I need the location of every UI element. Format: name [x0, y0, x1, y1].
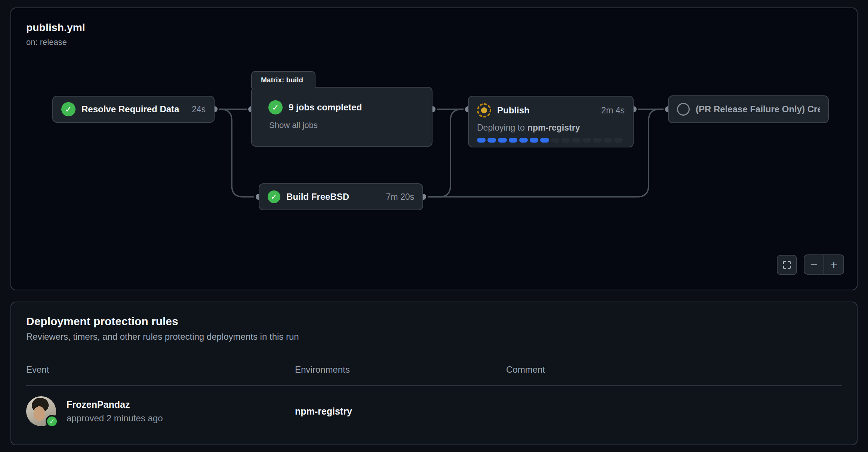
job-group-matrix-build[interactable]: ✓ 9 jobs completed Show all jobs: [251, 87, 433, 147]
section-subtitle: Reviewers, timers, and other rules prote…: [26, 332, 842, 342]
zoom-in-button[interactable]: +: [824, 255, 843, 274]
workflow-graph-panel: publish.yml on: release ✓ Resolve Requir…: [10, 7, 858, 290]
check-circle-icon: ✓: [61, 102, 76, 116]
in-progress-icon: [477, 103, 491, 117]
environment-cell: npm-registry: [295, 406, 506, 417]
graph-edges: [11, 8, 857, 290]
progress-segment: [572, 138, 581, 143]
progress-segment: [582, 138, 591, 143]
job-label: (PR Release Failure Only) Cre...: [696, 104, 820, 114]
deploy-prefix: Deploying to: [477, 123, 525, 132]
progress-segment: [519, 138, 528, 143]
job-duration: 24s: [185, 104, 206, 114]
zoom-out-button[interactable]: −: [804, 255, 824, 274]
deploy-environment: npm-registry: [527, 123, 580, 132]
workflow-trigger: on: release: [26, 37, 85, 47]
table-row: ✓ FrozenPandaz approved 2 minutes ago np…: [26, 386, 842, 436]
zoom-controls: − +: [804, 254, 844, 275]
progress-segment: [540, 138, 549, 143]
job-label: Publish: [497, 105, 530, 116]
deployment-protection-rules-panel: Deployment protection rules Reviewers, t…: [10, 302, 858, 445]
queued-circle-icon: [677, 103, 690, 116]
fit-view-button[interactable]: [777, 255, 797, 275]
event-cell: ✓ FrozenPandaz approved 2 minutes ago: [26, 396, 295, 426]
workflow-file-name: publish.yml: [26, 22, 85, 34]
check-circle-icon: ✓: [268, 190, 280, 203]
job-node-publish[interactable]: Publish 2m 4s Deploying tonpm-registry: [468, 96, 634, 147]
progress-segment: [509, 138, 517, 143]
matrix-group-tab: Matrix: build: [251, 71, 316, 88]
progress-segment: [604, 138, 612, 143]
section-title: Deployment protection rules: [26, 315, 842, 328]
reviewer-username[interactable]: FrozenPandaz: [67, 399, 163, 410]
job-duration: 2m 4s: [594, 106, 625, 116]
job-label: Resolve Required Data: [81, 104, 179, 114]
table-header-row: Event Environments Comment: [26, 342, 842, 386]
column-header-environments: Environments: [295, 364, 506, 375]
progress-segment: [614, 138, 623, 143]
deploy-status-text: Deploying tonpm-registry: [477, 123, 625, 133]
matrix-group-label: Matrix: build: [261, 76, 303, 84]
job-label: Build FreeBSD: [286, 192, 349, 202]
column-header-comment: Comment: [506, 364, 842, 375]
job-node-resolve-required-data[interactable]: ✓ Resolve Required Data 24s: [52, 96, 215, 123]
progress-segment: [477, 138, 486, 143]
check-circle-icon: ✓: [268, 100, 283, 114]
job-node-pr-release-failure[interactable]: (PR Release Failure Only) Cre...: [668, 95, 829, 123]
group-summary: 9 jobs completed: [289, 102, 362, 113]
approval-status-text: approved 2 minutes ago: [67, 413, 163, 424]
column-header-event: Event: [26, 364, 295, 375]
protection-rules-table: Event Environments Comment ✓ FrozenPanda…: [26, 342, 842, 445]
workflow-run-page: publish.yml on: release ✓ Resolve Requir…: [0, 0, 868, 452]
deploy-progress-bar: [477, 138, 623, 143]
fit-view-icon: [782, 260, 792, 270]
job-duration: 7m 20s: [379, 192, 414, 202]
avatar[interactable]: ✓: [26, 396, 56, 426]
progress-segment: [530, 138, 538, 143]
workflow-header: publish.yml on: release: [26, 22, 85, 47]
progress-segment: [593, 138, 601, 143]
progress-segment: [498, 138, 507, 143]
show-all-jobs-link[interactable]: Show all jobs: [269, 120, 318, 130]
progress-segment: [487, 138, 496, 143]
progress-segment: [561, 138, 570, 143]
job-node-build-freebsd[interactable]: ✓ Build FreeBSD 7m 20s: [259, 183, 423, 210]
progress-segment: [551, 138, 560, 143]
approved-badge-icon: ✓: [46, 415, 58, 428]
